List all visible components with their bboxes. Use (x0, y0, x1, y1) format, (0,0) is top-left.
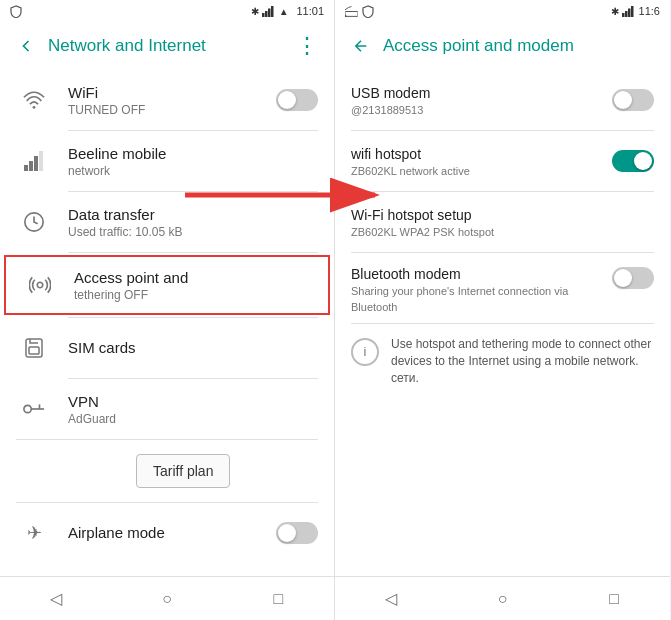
vpn-title: VPN (68, 392, 318, 412)
left-back-button[interactable] (8, 28, 44, 64)
bluetooth-icon: ✱ (251, 6, 259, 17)
vpn-subtitle: AdGuard (68, 412, 318, 426)
access-point-title: Access point and (74, 268, 312, 288)
wifi-toggle-thumb (278, 91, 296, 109)
hotspot-toggle-control[interactable] (612, 150, 654, 172)
svg-point-11 (37, 282, 43, 288)
airplane-mode-content: Airplane mode (68, 523, 268, 543)
tariff-plan-button[interactable]: Tariff plan (136, 454, 230, 488)
usb-toggle[interactable] (612, 89, 654, 111)
sim-cards-item[interactable]: SIM cards (0, 318, 334, 378)
airplane-mode-item[interactable]: ✈ Airplane mode (0, 503, 334, 563)
svg-rect-13 (29, 347, 39, 354)
shield-icon (10, 5, 22, 18)
right-status-right: ✱ 11:6 (611, 5, 660, 17)
left-top-bar: Network and Internet ⋮ (0, 22, 334, 70)
signal-bars-icon (16, 143, 52, 179)
info-icon: i (351, 338, 379, 366)
svg-point-18 (345, 14, 347, 16)
vpn-item[interactable]: VPN AdGuard (0, 379, 334, 439)
svg-text:▲: ▲ (279, 6, 289, 17)
left-time: 11:01 (296, 5, 324, 17)
wifi-setup-item[interactable]: Wi-Fi hotspot setup ZB602KL WPA2 PSK hot… (335, 192, 670, 252)
sim-cards-title: SIM cards (68, 338, 318, 358)
left-panel: ✱ ▲ 11:01 Ne (0, 0, 335, 620)
bluetooth-toggle[interactable] (612, 267, 654, 289)
hotspot-toggle[interactable] (612, 150, 654, 172)
right-page-title: Access point and modem (383, 36, 662, 56)
access-point-item[interactable]: Access point and tethering OFF (4, 255, 330, 315)
bluetooth-toggle-thumb (614, 269, 632, 287)
left-back-nav[interactable]: ◁ (34, 577, 78, 621)
right-status-icons-left (345, 5, 374, 18)
left-more-button[interactable]: ⋮ (290, 28, 326, 64)
right-top-bar: Access point and modem (335, 22, 670, 70)
beeline-item[interactable]: Beeline mobile network (0, 131, 334, 191)
svg-rect-20 (625, 11, 628, 17)
hotspot-toggle-thumb (634, 152, 652, 170)
left-recent-nav[interactable]: □ (256, 577, 300, 621)
right-shield-icon (362, 5, 374, 18)
bluetooth-modem-title: Bluetooth modem (351, 265, 604, 283)
wifi-item[interactable]: WiFi TURNED OFF (0, 70, 334, 130)
airplane-icon: ✈ (16, 515, 52, 551)
left-settings-list: WiFi TURNED OFF (0, 70, 334, 576)
usb-modem-content: USB modem @2131889513 (351, 84, 604, 115)
divider-3 (68, 252, 318, 253)
left-nav-bar: ◁ ○ □ (0, 576, 334, 620)
svg-rect-21 (628, 9, 631, 18)
left-status-icons (10, 5, 22, 18)
svg-rect-19 (622, 13, 625, 17)
wifi-hotspot-item[interactable]: wifi hotspot ZB602KL network active (335, 131, 670, 191)
right-nav-bar: ◁ ○ □ (335, 576, 670, 620)
svg-rect-2 (268, 9, 271, 18)
right-recent-nav[interactable]: □ (592, 577, 636, 621)
wifi-setup-content: Wi-Fi hotspot setup ZB602KL WPA2 PSK hot… (351, 206, 654, 237)
wifi-setup-subtitle: ZB602KL WPA2 PSK hotspot (351, 226, 654, 238)
left-home-nav[interactable]: ○ (145, 577, 189, 621)
right-signal-icon (622, 5, 636, 17)
airplane-mode-title: Airplane mode (68, 523, 268, 543)
vpn-icon (16, 391, 52, 427)
wifi-hotspot-content: wifi hotspot ZB602KL network active (351, 145, 604, 176)
left-status-right: ✱ ▲ 11:01 (251, 5, 324, 17)
wifi-hotspot-title: wifi hotspot (351, 145, 604, 163)
svg-marker-9 (39, 151, 43, 171)
bluetooth-modem-content: Bluetooth modem Sharing your phone's Int… (351, 265, 604, 315)
wifi-subtitle: TURNED OFF (68, 103, 268, 117)
usb-modem-title: USB modem (351, 84, 604, 102)
right-home-nav[interactable]: ○ (480, 577, 524, 621)
bluetooth-toggle-control[interactable] (612, 267, 654, 289)
access-point-content: Access point and tethering OFF (74, 268, 312, 303)
hotspot-icon (22, 267, 58, 303)
wifi-hotspot-subtitle: ZB602KL network active (351, 165, 604, 177)
wifi-toggle-control[interactable] (276, 89, 318, 111)
svg-point-5 (33, 106, 36, 109)
svg-rect-0 (262, 13, 265, 17)
wifi-icon (16, 82, 52, 118)
right-time: 11:6 (639, 5, 660, 17)
usb-toggle-control[interactable] (612, 89, 654, 111)
svg-rect-22 (631, 6, 634, 17)
info-text: Use hotspot and tethering mode to connec… (391, 336, 654, 386)
right-back-button[interactable] (343, 28, 379, 64)
bluetooth-modem-subtitle: Sharing your phone's Internet connection… (351, 284, 604, 315)
right-panel: ✱ 11:6 Access point and modem (335, 0, 670, 620)
wifi-content: WiFi TURNED OFF (68, 83, 268, 118)
svg-marker-6 (24, 165, 28, 171)
access-point-subtitle: tethering OFF (74, 288, 312, 302)
wifi-toggle[interactable] (276, 89, 318, 111)
vpn-content: VPN AdGuard (68, 392, 318, 427)
data-transfer-subtitle: Used traffic: 10.05 kB (68, 225, 318, 239)
data-transfer-item[interactable]: Data transfer Used traffic: 10.05 kB (0, 192, 334, 252)
airplane-toggle[interactable] (276, 522, 318, 544)
wifi-title: WiFi (68, 83, 268, 103)
usb-modem-item[interactable]: USB modem @2131889513 (335, 70, 670, 130)
info-section: i Use hotspot and tethering mode to conn… (335, 324, 670, 398)
left-page-title: Network and Internet (48, 36, 290, 56)
airplane-toggle-control[interactable] (276, 522, 318, 544)
bluetooth-modem-item[interactable]: Bluetooth modem Sharing your phone's Int… (335, 253, 670, 323)
airplane-toggle-thumb (278, 524, 296, 542)
right-back-nav[interactable]: ◁ (369, 577, 413, 621)
right-status-bar: ✱ 11:6 (335, 0, 670, 22)
